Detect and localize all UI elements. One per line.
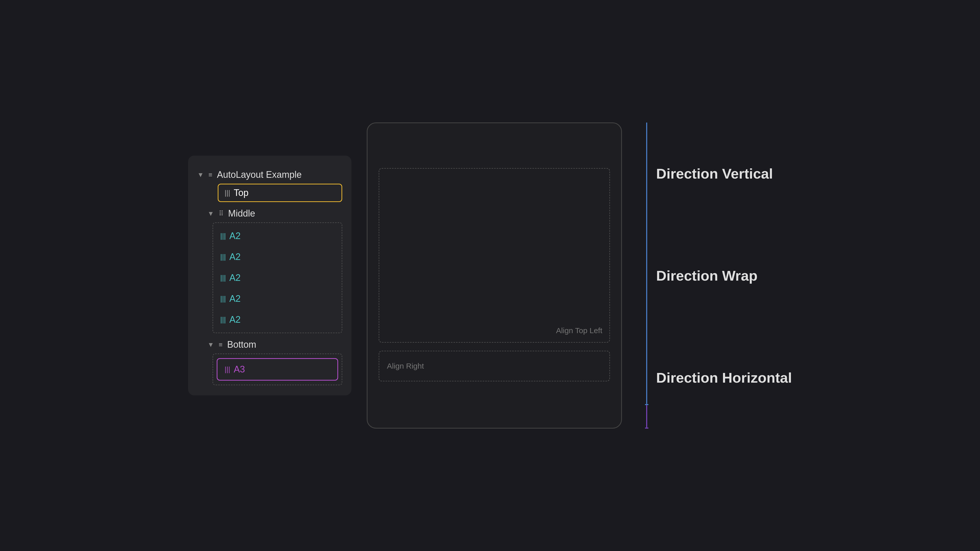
root-layer-label: AutoLayout Example [217,169,302,180]
bottom-label: Bottom [227,339,256,350]
list-item[interactable]: ||| A2 [213,309,342,330]
scene: ▼ ≡ AutoLayout Example ||| Top ▼ ⠿ Middl… [188,122,792,429]
bottom-section: ▼ ≡ Bottom ||| A3 [207,336,342,385]
direction-wrap-label: Direction Wrap [656,267,792,284]
a2-label-1: A2 [229,230,241,241]
a2-icon-2: ||| [220,253,226,261]
middle-children: ||| A2 ||| A2 ||| A2 ||| A2 [213,222,342,333]
align-right-label: Align Right [387,362,424,370]
a2-icon-1: ||| [220,232,226,240]
top-item-icon: ||| [224,189,230,197]
layer-root: ▼ ≡ AutoLayout Example ||| Top ▼ ⠿ Middl… [197,166,342,385]
top-bar [379,135,532,160]
root-chevron-icon[interactable]: ▼ [197,171,204,179]
middle-label: Middle [228,208,255,219]
a2-icon-3: ||| [220,274,226,282]
wrap-section: Align Top Left [379,168,610,343]
root-layer-icon: ≡ [208,171,212,179]
bottom-bar-section: Align Right [379,351,610,381]
middle-section: ▼ ⠿ Middle ||| A2 ||| A2 ||| A2 [207,205,342,333]
wrap-cell-4 [461,230,532,281]
a2-label-2: A2 [229,251,241,262]
direction-vertical-label: Direction Vertical [656,165,792,182]
list-item[interactable]: ||| A2 [213,288,342,309]
list-item[interactable]: ||| A2 [213,246,342,267]
layer-panel: ▼ ≡ AutoLayout Example ||| Top ▼ ⠿ Middl… [188,156,352,395]
align-top-left-label: Align Top Left [556,326,602,335]
main-canvas: Align Top Left Align Right [367,122,622,429]
middle-chevron-icon[interactable]: ▼ [207,210,214,218]
vertical-line-blue [646,122,647,404]
bottom-children: ||| A3 [213,354,342,385]
a2-icon-4: ||| [220,295,226,303]
a3-label-1: A3 [234,364,245,375]
a2-label-5: A2 [229,314,241,325]
a2-label-3: A2 [229,272,241,283]
wrap-cell-5 [384,286,456,337]
middle-header[interactable]: ▼ ⠿ Middle [207,205,342,222]
a3-icon-1: ||| [224,365,230,373]
wrap-cell-1 [384,174,456,225]
wrap-cell-2 [461,174,532,225]
list-item[interactable]: ||| A2 [213,267,342,288]
a2-label-4: A2 [229,293,241,304]
root-layer-row: ▼ ≡ AutoLayout Example [197,166,342,184]
middle-icon: ⠿ [219,210,224,218]
tick-purple [645,427,649,429]
vertical-line-purple-short [646,405,647,427]
direction-horizontal-label: Direction Horizontal [656,369,792,386]
wrap-row-2 [384,230,605,281]
bottom-header[interactable]: ▼ ≡ Bottom [207,336,342,354]
top-layer-item[interactable]: ||| Top [218,184,342,202]
list-item[interactable]: ||| A3 [217,358,338,381]
a2-icon-5: ||| [220,316,226,324]
bottom-chevron-icon[interactable]: ▼ [207,341,214,349]
list-item[interactable]: ||| A2 [213,225,342,246]
top-item-label: Top [234,187,248,198]
bottom-icon: ≡ [219,341,223,349]
bottom-bar-item [522,356,603,376]
wrap-cell-3 [384,230,456,281]
right-labels: Direction Vertical Direction Wrap Direct… [645,122,792,429]
wrap-row-1 [384,174,605,225]
